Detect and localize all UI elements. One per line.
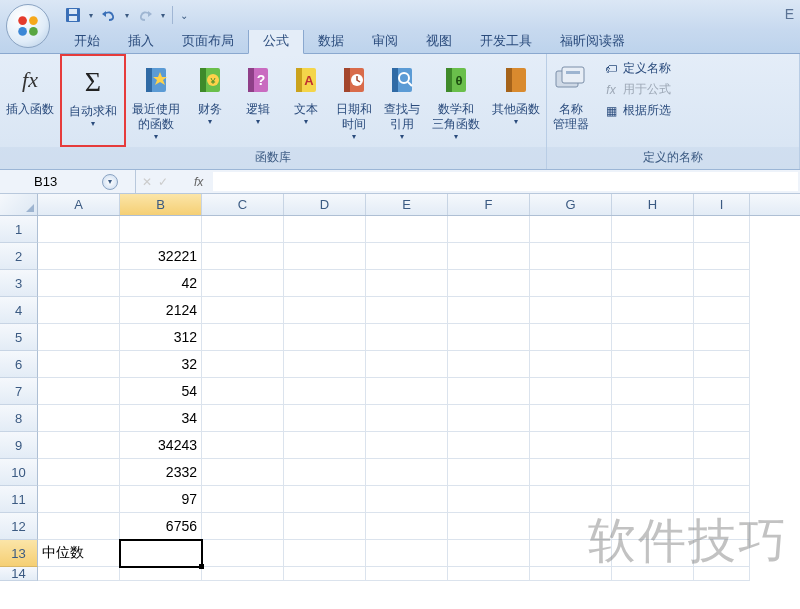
- cell-E7[interactable]: [366, 378, 448, 405]
- cell-F7[interactable]: [448, 378, 530, 405]
- cell-G9[interactable]: [530, 432, 612, 459]
- cell-H9[interactable]: [612, 432, 694, 459]
- cell-H4[interactable]: [612, 297, 694, 324]
- cell-I4[interactable]: [694, 297, 750, 324]
- qat-customize-dropdown[interactable]: ⌄: [177, 10, 191, 21]
- cell-C13[interactable]: [202, 540, 284, 567]
- cell-A11[interactable]: [38, 486, 120, 513]
- cell-A4[interactable]: [38, 297, 120, 324]
- financial-button[interactable]: ¥ 财务 ▾: [186, 54, 234, 147]
- cell-I9[interactable]: [694, 432, 750, 459]
- cell-F12[interactable]: [448, 513, 530, 540]
- cell-F14[interactable]: [448, 567, 530, 581]
- cell-A6[interactable]: [38, 351, 120, 378]
- qat-undo-button[interactable]: [98, 4, 120, 26]
- cell-F1[interactable]: [448, 216, 530, 243]
- more-functions-button[interactable]: 其他函数 ▾: [486, 54, 546, 147]
- cell-D12[interactable]: [284, 513, 366, 540]
- cell-G7[interactable]: [530, 378, 612, 405]
- row-header[interactable]: 9: [0, 432, 38, 459]
- cell-G11[interactable]: [530, 486, 612, 513]
- column-header-D[interactable]: D: [284, 194, 366, 215]
- cell-C5[interactable]: [202, 324, 284, 351]
- cell-F10[interactable]: [448, 459, 530, 486]
- cell-B14[interactable]: [120, 567, 202, 581]
- select-all-corner[interactable]: [0, 194, 38, 215]
- cell-G10[interactable]: [530, 459, 612, 486]
- recent-functions-button[interactable]: 最近使用 的函数 ▾: [126, 54, 186, 147]
- cell-I3[interactable]: [694, 270, 750, 297]
- use-in-formula-button[interactable]: fx用于公式: [603, 81, 671, 98]
- cell-B13[interactable]: [120, 540, 202, 567]
- column-header-C[interactable]: C: [202, 194, 284, 215]
- cell-H3[interactable]: [612, 270, 694, 297]
- row-header[interactable]: 11: [0, 486, 38, 513]
- cell-A9[interactable]: [38, 432, 120, 459]
- cell-E1[interactable]: [366, 216, 448, 243]
- name-box[interactable]: [34, 174, 94, 189]
- cell-F2[interactable]: [448, 243, 530, 270]
- cell-C9[interactable]: [202, 432, 284, 459]
- cell-I12[interactable]: [694, 513, 750, 540]
- cell-H6[interactable]: [612, 351, 694, 378]
- cell-I14[interactable]: [694, 567, 750, 581]
- cell-G12[interactable]: [530, 513, 612, 540]
- cell-C12[interactable]: [202, 513, 284, 540]
- fx-label[interactable]: fx: [174, 170, 213, 193]
- cell-G13[interactable]: [530, 540, 612, 567]
- cell-I2[interactable]: [694, 243, 750, 270]
- cell-F9[interactable]: [448, 432, 530, 459]
- row-header[interactable]: 4: [0, 297, 38, 324]
- cell-G3[interactable]: [530, 270, 612, 297]
- cell-I5[interactable]: [694, 324, 750, 351]
- cell-F13[interactable]: [448, 540, 530, 567]
- tab-data[interactable]: 数据: [304, 28, 358, 53]
- cell-I10[interactable]: [694, 459, 750, 486]
- row-header[interactable]: 7: [0, 378, 38, 405]
- cell-A7[interactable]: [38, 378, 120, 405]
- office-button[interactable]: [6, 4, 50, 48]
- cell-G2[interactable]: [530, 243, 612, 270]
- column-header-B[interactable]: B: [120, 194, 202, 215]
- cell-H5[interactable]: [612, 324, 694, 351]
- cell-B6[interactable]: 32: [120, 351, 202, 378]
- cell-C1[interactable]: [202, 216, 284, 243]
- lookup-button[interactable]: 查找与 引用 ▾: [378, 54, 426, 147]
- cell-B3[interactable]: 42: [120, 270, 202, 297]
- column-header-A[interactable]: A: [38, 194, 120, 215]
- text-button[interactable]: A 文本 ▾: [282, 54, 330, 147]
- cell-C8[interactable]: [202, 405, 284, 432]
- cell-B10[interactable]: 2332: [120, 459, 202, 486]
- cell-G5[interactable]: [530, 324, 612, 351]
- cell-H13[interactable]: [612, 540, 694, 567]
- column-header-G[interactable]: G: [530, 194, 612, 215]
- cell-A5[interactable]: [38, 324, 120, 351]
- cell-F11[interactable]: [448, 486, 530, 513]
- cell-G8[interactable]: [530, 405, 612, 432]
- cell-A3[interactable]: [38, 270, 120, 297]
- cell-A13[interactable]: 中位数: [38, 540, 120, 567]
- cell-C14[interactable]: [202, 567, 284, 581]
- cell-D5[interactable]: [284, 324, 366, 351]
- cell-D14[interactable]: [284, 567, 366, 581]
- row-header[interactable]: 1: [0, 216, 38, 243]
- cell-A8[interactable]: [38, 405, 120, 432]
- cell-B9[interactable]: 34243: [120, 432, 202, 459]
- cell-F3[interactable]: [448, 270, 530, 297]
- tab-view[interactable]: 视图: [412, 28, 466, 53]
- row-header[interactable]: 14: [0, 567, 38, 581]
- row-header[interactable]: 3: [0, 270, 38, 297]
- cell-B5[interactable]: 312: [120, 324, 202, 351]
- cell-E2[interactable]: [366, 243, 448, 270]
- cell-E5[interactable]: [366, 324, 448, 351]
- tab-foxit[interactable]: 福昕阅读器: [546, 28, 639, 53]
- datetime-button[interactable]: 日期和 时间 ▾: [330, 54, 378, 147]
- cell-H12[interactable]: [612, 513, 694, 540]
- cell-F8[interactable]: [448, 405, 530, 432]
- row-header[interactable]: 12: [0, 513, 38, 540]
- tab-review[interactable]: 审阅: [358, 28, 412, 53]
- cell-I1[interactable]: [694, 216, 750, 243]
- cell-H14[interactable]: [612, 567, 694, 581]
- row-header[interactable]: 10: [0, 459, 38, 486]
- cell-E9[interactable]: [366, 432, 448, 459]
